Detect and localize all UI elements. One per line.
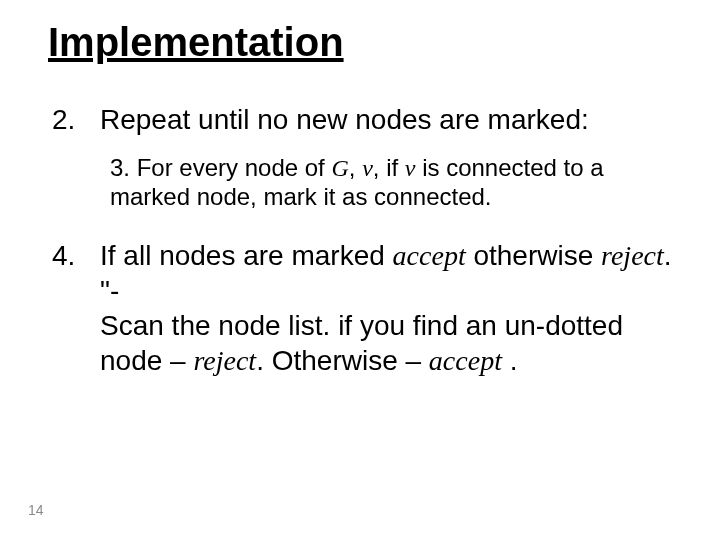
page-number: 14 bbox=[28, 502, 44, 518]
item4-b: otherwise bbox=[466, 240, 601, 271]
item4-reject1: reject bbox=[601, 240, 664, 271]
item3-v1: v bbox=[362, 155, 373, 181]
item4-f: . bbox=[502, 345, 518, 376]
list-item-3: 3. For every node of G, v, if v is conne… bbox=[110, 154, 672, 212]
item4-e: . Otherwise – bbox=[256, 345, 429, 376]
item3-prefix: 3. For every node of bbox=[110, 154, 331, 181]
item3-sep1: , bbox=[349, 154, 362, 181]
item3-G: G bbox=[331, 155, 348, 181]
slide-title: Implementation bbox=[48, 20, 672, 64]
list-item-4-body: If all nodes are marked accept otherwise… bbox=[100, 238, 672, 378]
list-item-2-number: 2. bbox=[48, 104, 100, 136]
item4-reject2: reject bbox=[193, 345, 256, 376]
list-item-2: 2. Repeat until no new nodes are marked: bbox=[48, 104, 672, 136]
item3-v2: v bbox=[405, 155, 416, 181]
item3-mid: , if bbox=[373, 154, 405, 181]
item4-accept2: accept bbox=[429, 345, 502, 376]
item4-accept1: accept bbox=[393, 240, 466, 271]
list-item-4: 4. If all nodes are marked accept otherw… bbox=[48, 238, 672, 378]
slide: Implementation 2. Repeat until no new no… bbox=[0, 0, 720, 540]
list-item-2-text: Repeat until no new nodes are marked: bbox=[100, 104, 589, 136]
item4-a: If all nodes are marked bbox=[100, 240, 393, 271]
list-item-4-number: 4. bbox=[48, 238, 100, 378]
